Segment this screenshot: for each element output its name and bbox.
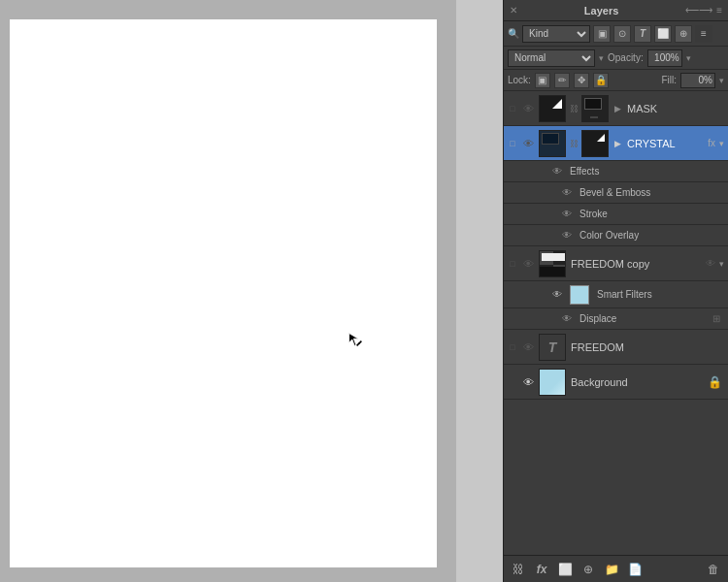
panel-close-icon[interactable]: ✕ [510, 5, 517, 16]
layers-panel: ✕ Layers ⟵⟶ ≡ 🔍 Kind ▣ ⊙ T ⬜ ⊕ ≡ Normal … [503, 0, 728, 582]
freedom-copy-thumb [539, 250, 566, 277]
mask-layer-name: MASK [624, 103, 726, 114]
mask-link-icon: ⛓ [568, 104, 579, 113]
smart-filters-item[interactable]: 👁 Smart Filters [504, 281, 728, 308]
stroke-visibility-icon[interactable]: 👁 [558, 209, 576, 219]
effects-visibility-icon[interactable]: 👁 [548, 166, 566, 177]
crystal-checkbox[interactable]: □ [506, 139, 519, 148]
blend-row: Normal ▾ Opacity: ▾ [504, 47, 728, 70]
blend-arrow-icon: ▾ [599, 53, 604, 63]
bevel-emboss-label: Bevel & Emboss [576, 187, 726, 198]
bevel-emboss-item[interactable]: 👁 Bevel & Emboss [504, 182, 728, 204]
color-overlay-label: Color Overlay [576, 230, 726, 241]
new-layer-button[interactable]: 📄 [624, 559, 645, 580]
layer-row-freedom[interactable]: □ 👁 T FREEDOM [504, 330, 728, 365]
adjustment-filter-icon[interactable]: ⊙ [613, 25, 631, 43]
filter-row: 🔍 Kind ▣ ⊙ T ⬜ ⊕ ≡ [504, 21, 728, 47]
smart-filters-thumb [570, 285, 589, 305]
effects-label: Effects [566, 166, 726, 177]
shape-filter-icon[interactable]: ⬜ [654, 25, 672, 43]
freedom-copy-visibility-icon[interactable]: 👁 [519, 258, 537, 270]
crystal-smart-icon: ▶ [611, 137, 624, 150]
freedom-layer-name: FREEDOM [568, 341, 726, 353]
freedom-copy-visibility2-icon[interactable]: 👁 [706, 258, 719, 269]
delete-layer-button[interactable]: 🗑 [703, 559, 724, 580]
layer-row-freedom-copy[interactable]: □ 👁 FREEDOM copy 👁 ▾ [504, 246, 728, 281]
layer-row-background[interactable]: 👁 Background 🔒 [504, 365, 728, 400]
type-filter-icon[interactable]: T [634, 25, 651, 43]
lock-row: Lock: ▣ ✏ ✥ 🔒 Fill: ▾ [504, 70, 728, 91]
smart-filters-label: Smart Filters [593, 289, 726, 300]
mask-thumb [539, 95, 566, 122]
lock-all-icon[interactable]: 🔒 [593, 73, 609, 88]
displace-visibility-icon[interactable]: 👁 [558, 313, 576, 324]
layers-list: □ 👁 ⛓ ▶ MASK □ [504, 91, 728, 555]
fill-label: Fill: [661, 75, 677, 85]
link-layers-button[interactable]: ⛓ [508, 559, 529, 580]
canvas-white [10, 19, 437, 567]
bottom-toolbar: ⛓ fx ⬜ ⊕ 📁 📄 🗑 [504, 555, 728, 582]
color-overlay-item[interactable]: 👁 Color Overlay [504, 225, 728, 246]
blend-mode-select[interactable]: Normal [508, 49, 595, 67]
smart-filter-icon[interactable]: ⊕ [675, 25, 692, 43]
lock-transparent-icon[interactable]: ▣ [535, 73, 550, 88]
panel-collapse-icon[interactable]: ⟵⟶ [685, 5, 712, 16]
crystal-mask-thumb [581, 130, 609, 157]
filter-toggle-icon[interactable]: ≡ [695, 25, 712, 43]
fill-arrow-icon: ▾ [719, 76, 724, 85]
freedom-checkbox[interactable]: □ [506, 342, 519, 352]
pixel-filter-icon[interactable]: ▣ [593, 25, 611, 43]
background-thumb [539, 369, 566, 396]
layer-row-crystal[interactable]: □ 👁 ⛓ ▶ CRYSTAL fx ▾ [504, 126, 728, 161]
layer-row-mask[interactable]: □ 👁 ⛓ ▶ MASK [504, 91, 728, 126]
mask-smart-icon: ▶ [611, 102, 624, 115]
opacity-label: Opacity: [608, 52, 644, 63]
adjustment-button[interactable]: ⊕ [578, 559, 599, 580]
lock-brush-icon[interactable]: ✏ [554, 73, 570, 88]
add-mask-button[interactable]: ⬜ [554, 559, 576, 580]
new-group-button[interactable]: 📁 [601, 559, 622, 580]
effects-header[interactable]: 👁 Effects [504, 161, 728, 182]
panel-title: Layers [584, 5, 618, 16]
background-visibility-icon[interactable]: 👁 [519, 376, 537, 388]
crystal-link-icon: ⛓ [568, 139, 579, 148]
crystal-expand-icon: ▾ [719, 139, 726, 148]
freedom-thumb: T [539, 334, 566, 361]
mask-visibility-icon[interactable]: 👁 [519, 103, 537, 114]
freedom-copy-checkbox[interactable]: □ [506, 259, 519, 269]
panel-titlebar: ✕ Layers ⟵⟶ ≡ [504, 0, 728, 21]
canvas-area [0, 0, 456, 582]
displace-item[interactable]: 👁 Displace ⊞ [504, 308, 728, 330]
opacity-arrow-icon: ▾ [686, 53, 691, 63]
crystal-fx-icon[interactable]: fx [708, 138, 719, 148]
mask-checkbox[interactable]: □ [506, 104, 519, 113]
background-layer-name: Background [568, 376, 708, 388]
displace-label: Displace [576, 313, 712, 324]
freedom-visibility-icon[interactable]: 👁 [519, 341, 537, 353]
smart-filters-visibility-icon[interactable]: 👁 [548, 289, 566, 300]
freedom-copy-expand-icon: ▾ [719, 259, 726, 269]
bevel-visibility-icon[interactable]: 👁 [558, 187, 576, 198]
displace-settings-icon[interactable]: ⊞ [712, 313, 726, 324]
crystal-visibility-icon[interactable]: 👁 [519, 138, 537, 149]
stroke-label: Stroke [576, 209, 726, 219]
crystal-layer-name: CRYSTAL [624, 138, 708, 149]
fill-input[interactable] [680, 73, 715, 88]
mask-layer-thumb2 [581, 95, 609, 122]
freedom-copy-layer-name: FREEDOM copy [568, 258, 706, 270]
panel-menu-icon[interactable]: ≡ [716, 5, 722, 16]
crystal-thumb [539, 130, 566, 157]
stroke-item[interactable]: 👁 Stroke [504, 204, 728, 225]
add-style-button[interactable]: fx [531, 559, 552, 580]
background-lock-icon: 🔒 [708, 375, 726, 389]
opacity-input[interactable] [647, 49, 682, 67]
filter-kind-select[interactable]: Kind [522, 25, 590, 43]
lock-move-icon[interactable]: ✥ [574, 73, 589, 88]
color-overlay-visibility-icon[interactable]: 👁 [558, 230, 576, 241]
lock-label: Lock: [508, 75, 531, 85]
search-icon: 🔍 [508, 28, 519, 39]
